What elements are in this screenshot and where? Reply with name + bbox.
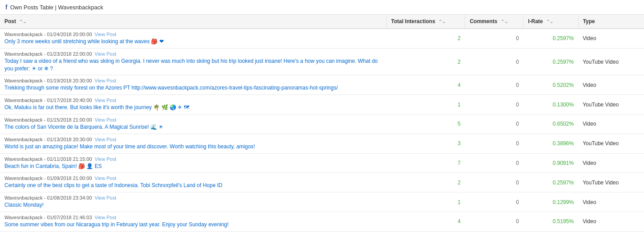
sort-icon-comments: ⌃⌄ bbox=[501, 19, 508, 24]
post-header: Wavesnbackpack - 01/24/2018 20:00:00View… bbox=[4, 32, 382, 37]
comments-cell: 0 bbox=[465, 114, 523, 134]
comments-cell: 0 bbox=[465, 29, 523, 48]
table-row: Wavesnbackpack - 01/24/2018 20:00:00View… bbox=[0, 29, 644, 48]
comments-cell: 0 bbox=[465, 212, 523, 231]
type-cell: Video bbox=[578, 75, 644, 95]
table-container: Post ⌃⌄ Total Interactions ⌃⌄ Comments ⌃… bbox=[0, 15, 644, 232]
irate-cell: 0.1300% bbox=[523, 95, 578, 114]
irate-cell: 0.9091% bbox=[523, 153, 578, 173]
view-post-link[interactable]: View Post bbox=[95, 137, 117, 142]
table-row: Wavesnbackpack - 01/08/2018 23:34:00View… bbox=[0, 192, 644, 212]
post-date: Wavesnbackpack - 01/19/2018 20:30:00 bbox=[4, 78, 92, 83]
type-cell: Video bbox=[578, 29, 644, 48]
post-cell: Wavesnbackpack - 01/07/2018 21:46:03View… bbox=[0, 212, 386, 231]
type-cell: YouTube Video bbox=[578, 48, 644, 75]
post-cell: Wavesnbackpack - 01/19/2018 20:30:00View… bbox=[0, 75, 386, 95]
post-header: Wavesnbackpack - 01/19/2018 20:30:00View… bbox=[4, 78, 382, 83]
table-row: Wavesnbackpack - 01/15/2018 21:00:00View… bbox=[0, 114, 644, 134]
irate-cell: 0.5195% bbox=[523, 212, 578, 231]
interactions-cell: 2 bbox=[386, 29, 465, 48]
comments-cell: 0 bbox=[465, 75, 523, 95]
col-header-comments[interactable]: Comments ⌃⌄ bbox=[465, 15, 523, 29]
sort-icon-post: ⌃⌄ bbox=[19, 19, 26, 24]
irate-cell: 0.1299% bbox=[523, 192, 578, 212]
post-text: Today I saw a video of a friend who was … bbox=[4, 57, 382, 73]
irate-cell: 0.2597% bbox=[523, 29, 578, 48]
post-header: Wavesnbackpack - 01/13/2018 20:30:00View… bbox=[4, 137, 382, 142]
col-header-post[interactable]: Post ⌃⌄ bbox=[0, 15, 386, 29]
post-text: World is just an amazing place! Make mos… bbox=[4, 143, 382, 151]
interactions-cell: 2 bbox=[386, 173, 465, 192]
post-header: Wavesnbackpack - 01/23/2018 22:00:00View… bbox=[4, 51, 382, 57]
post-cell: Wavesnbackpack - 01/09/2018 21:00:00View… bbox=[0, 173, 386, 192]
post-date: Wavesnbackpack - 01/15/2018 21:00:00 bbox=[4, 117, 92, 122]
view-post-link[interactable]: View Post bbox=[95, 78, 117, 83]
post-cell: Wavesnbackpack - 01/08/2018 23:34:00View… bbox=[0, 192, 386, 212]
sort-icon-interactions: ⌃⌄ bbox=[438, 19, 446, 24]
comments-cell: 0 bbox=[465, 153, 523, 173]
interactions-cell: 5 bbox=[386, 114, 465, 134]
irate-cell: 0.2597% bbox=[523, 48, 578, 75]
type-cell: Video bbox=[578, 153, 644, 173]
post-cell: Wavesnbackpack - 01/11/2018 21:15:00View… bbox=[0, 153, 386, 173]
interactions-cell: 3 bbox=[386, 134, 465, 153]
table-row: Wavesnbackpack - 01/09/2018 21:00:00View… bbox=[0, 173, 644, 192]
post-header: Wavesnbackpack - 01/08/2018 23:34:00View… bbox=[4, 195, 382, 200]
post-header: Wavesnbackpack - 01/11/2018 21:15:00View… bbox=[4, 156, 382, 162]
post-text: Classic Monday! bbox=[4, 201, 382, 209]
interactions-cell: 1 bbox=[386, 95, 465, 114]
table-row: Wavesnbackpack - 01/17/2018 20:40:00View… bbox=[0, 95, 644, 114]
view-post-link[interactable]: View Post bbox=[95, 51, 117, 57]
table-row: Wavesnbackpack - 01/11/2018 21:15:00View… bbox=[0, 153, 644, 173]
posts-table: Post ⌃⌄ Total Interactions ⌃⌄ Comments ⌃… bbox=[0, 15, 644, 232]
irate-cell: 0.3896% bbox=[523, 134, 578, 153]
type-cell: YouTube Video bbox=[578, 173, 644, 192]
post-text: Trekking through some misty forest on th… bbox=[4, 84, 382, 92]
post-date: Wavesnbackpack - 01/24/2018 20:00:00 bbox=[4, 32, 92, 37]
col-header-type: Type bbox=[578, 15, 644, 29]
post-cell: Wavesnbackpack - 01/17/2018 20:40:00View… bbox=[0, 95, 386, 114]
post-cell: Wavesnbackpack - 01/15/2018 21:00:00View… bbox=[0, 114, 386, 134]
comments-cell: 0 bbox=[465, 95, 523, 114]
post-date: Wavesnbackpack - 01/23/2018 22:00:00 bbox=[4, 51, 92, 57]
post-date: Wavesnbackpack - 01/07/2018 21:46:03 bbox=[4, 215, 92, 220]
col-header-interactions[interactable]: Total Interactions ⌃⌄ bbox=[386, 15, 465, 29]
post-text: Ok, Maluku is far out there. But looks l… bbox=[4, 104, 382, 111]
table-row: Wavesnbackpack - 01/23/2018 22:00:00View… bbox=[0, 48, 644, 75]
post-date: Wavesnbackpack - 01/13/2018 20:30:00 bbox=[4, 137, 92, 142]
view-post-link[interactable]: View Post bbox=[95, 176, 117, 181]
type-cell: Video bbox=[578, 212, 644, 231]
facebook-icon: f bbox=[5, 4, 8, 11]
post-cell: Wavesnbackpack - 01/24/2018 20:00:00View… bbox=[0, 29, 386, 48]
post-text: The colors of San Vicente de la Barquera… bbox=[4, 123, 382, 131]
view-post-link[interactable]: View Post bbox=[95, 195, 117, 200]
interactions-cell: 1 bbox=[386, 192, 465, 212]
view-post-link[interactable]: View Post bbox=[95, 215, 117, 220]
table-row: Wavesnbackpack - 01/07/2018 21:46:03View… bbox=[0, 212, 644, 231]
type-cell: Video bbox=[578, 192, 644, 212]
post-text: Only 3 more weeks until stretching while… bbox=[4, 38, 382, 45]
table-row: Wavesnbackpack - 01/19/2018 20:30:00View… bbox=[0, 75, 644, 95]
view-post-link[interactable]: View Post bbox=[95, 117, 117, 122]
comments-cell: 0 bbox=[465, 173, 523, 192]
view-post-link[interactable]: View Post bbox=[95, 156, 117, 162]
post-header: Wavesnbackpack - 01/07/2018 21:46:03View… bbox=[4, 215, 382, 220]
view-post-link[interactable]: View Post bbox=[95, 98, 117, 103]
interactions-cell: 7 bbox=[386, 153, 465, 173]
comments-cell: 0 bbox=[465, 48, 523, 75]
comments-cell: 0 bbox=[465, 134, 523, 153]
title-bar: f Own Posts Table | Wavesnbackpack bbox=[0, 0, 644, 15]
view-post-link[interactable]: View Post bbox=[95, 32, 117, 37]
irate-cell: 0.2597% bbox=[523, 173, 578, 192]
type-cell: YouTube Video bbox=[578, 95, 644, 114]
col-header-irate[interactable]: I-Rate ⌃⌄ bbox=[523, 15, 578, 29]
post-text: Some summer vibes from our Nicaragua tri… bbox=[4, 221, 382, 229]
interactions-cell: 2 bbox=[386, 48, 465, 75]
sort-icon-irate: ⌃⌄ bbox=[546, 19, 553, 24]
post-cell: Wavesnbackpack - 01/23/2018 22:00:00View… bbox=[0, 48, 386, 75]
type-cell: Video bbox=[578, 114, 644, 134]
page-title: Own Posts Table | Wavesnbackpack bbox=[10, 4, 103, 11]
comments-cell: 0 bbox=[465, 192, 523, 212]
post-date: Wavesnbackpack - 01/09/2018 21:00:00 bbox=[4, 176, 92, 181]
interactions-cell: 4 bbox=[386, 75, 465, 95]
